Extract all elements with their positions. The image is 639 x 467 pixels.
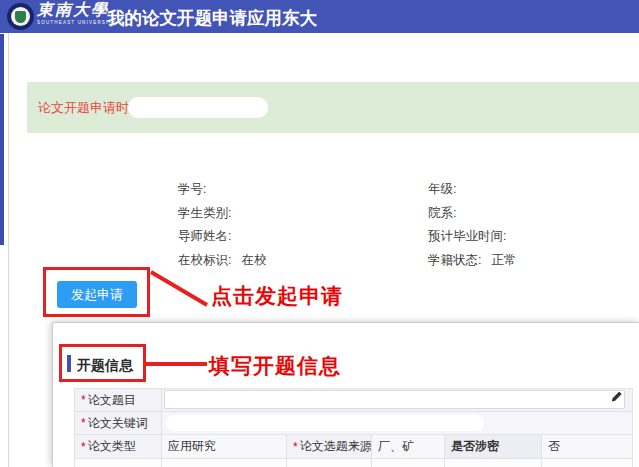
app-header: 東南大學 SOUTHEAST UNIVERSITY 我的论文开题申请应用东大: [0, 0, 639, 33]
field-label: 预计毕业时间:: [428, 229, 506, 243]
red-annotation-line: [146, 362, 207, 366]
proposal-info-card: 开题信息 填写开题信息 * 论文题目 * 论文关键词: [52, 322, 639, 467]
field-value: 正常: [491, 253, 516, 267]
section-accent-bar: [67, 355, 71, 372]
student-info-row: 在校标识:在校 学籍状态:正常: [0, 252, 639, 266]
student-info-row: 学生类别: 院系:: [0, 205, 639, 219]
topic-source-label: 论文选题来源: [300, 438, 372, 455]
required-asterisk: *: [81, 416, 86, 430]
required-asterisk: *: [81, 393, 86, 407]
fill-info-annotation: 填写开题信息: [209, 352, 341, 380]
required-asterisk: *: [81, 440, 86, 454]
keywords-label-cell: * 论文关键词: [75, 412, 162, 434]
field-label: 年级:: [428, 182, 456, 196]
thesis-type-value[interactable]: 应用研究: [162, 435, 287, 458]
seu-logo-icon: [7, 3, 34, 30]
field-label: 导师姓名:: [178, 229, 231, 243]
thesis-type-label-cell: * 论文类型: [75, 435, 162, 458]
field-label: 学号:: [178, 182, 206, 196]
pencil-icon[interactable]: [610, 392, 623, 405]
thesis-title-label-cell: * 论文题目: [75, 389, 162, 411]
table-row-type-source: * 论文类型 应用研究 * 论文选题来源 厂、矿 是否涉密 否: [75, 435, 632, 459]
student-info-row: 导师姓名: 预计毕业时间:: [0, 228, 639, 242]
thesis-title-value-cell: [162, 389, 632, 411]
table-row-keywords: * 论文关键词: [75, 412, 632, 435]
keywords-label: 论文关键词: [88, 415, 148, 432]
field-label: 学籍状态:: [428, 253, 481, 267]
logo-text: 東南大學 SOUTHEAST UNIVERSITY: [37, 2, 117, 26]
left-border-line: [8, 33, 9, 467]
logo-en: SOUTHEAST UNIVERSITY: [37, 21, 117, 26]
application-time-banner: 论文开题申请时间: [27, 82, 639, 133]
logo-cn: 東南大學: [37, 2, 117, 18]
field-value: 在校: [241, 253, 266, 267]
field-label: 在校标识:: [178, 253, 231, 267]
topic-source-value[interactable]: 厂、矿: [372, 435, 445, 458]
table-row-thesis-title: * 论文题目: [75, 389, 632, 412]
page-title: 我的论文开题申请应用东大: [107, 6, 317, 30]
student-info-row: 学号: 年级:: [0, 181, 639, 195]
confidential-label-cell: 是否涉密: [445, 435, 542, 458]
table-row-partial: [75, 459, 632, 467]
required-asterisk: *: [293, 440, 298, 454]
field-label: 院系:: [428, 206, 456, 220]
confidential-value[interactable]: 否: [542, 435, 632, 458]
field-label: 学生类别:: [178, 206, 231, 220]
section-title: 开题信息: [77, 357, 133, 375]
thesis-title-input[interactable]: [164, 390, 625, 409]
redacted-time-value: [128, 97, 268, 118]
topic-source-label-cell: * 论文选题来源: [287, 435, 372, 458]
proposal-form-table: * 论文题目 * 论文关键词 * 论文类型: [74, 388, 633, 467]
redacted-keywords-value: [166, 415, 484, 431]
click-apply-annotation: 点击发起申请: [211, 282, 343, 310]
start-application-button[interactable]: 发起申请: [57, 281, 137, 308]
keywords-value-cell[interactable]: [162, 412, 632, 434]
application-time-label: 论文开题申请时间: [38, 99, 142, 117]
thesis-type-label: 论文类型: [88, 438, 136, 455]
thesis-title-label: 论文题目: [88, 392, 136, 409]
